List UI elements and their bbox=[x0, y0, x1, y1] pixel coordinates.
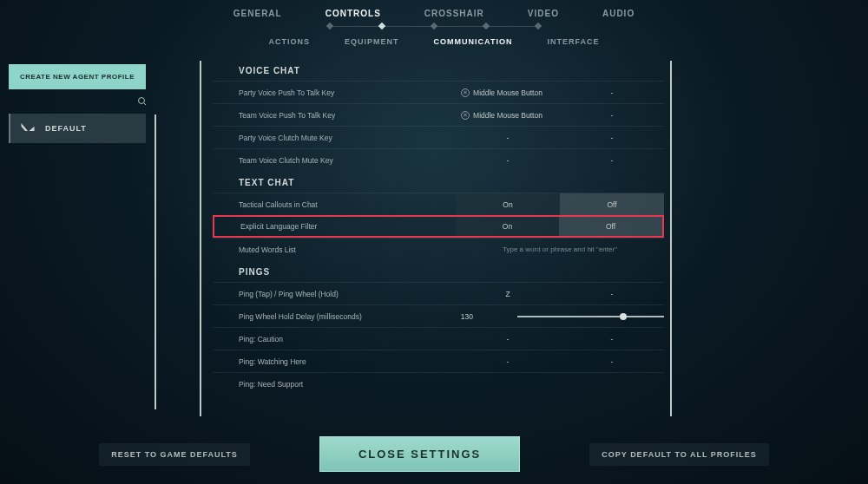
sidebar: CREATE NEW AGENT PROFILE DEFAULT bbox=[9, 64, 165, 143]
bind-ping-caution-2[interactable]: - bbox=[560, 335, 664, 343]
copy-default-button[interactable]: COPY DEFAULT TO ALL PROFILES bbox=[589, 443, 769, 466]
row-party-clutch: Party Voice Clutch Mute Key - - bbox=[213, 126, 664, 148]
tab-divider bbox=[0, 23, 868, 29]
bind-ping-watching-1[interactable]: - bbox=[456, 357, 560, 366]
muted-words-input[interactable]: Type a word or phrase and hit "enter" bbox=[456, 245, 664, 253]
slider-ping-delay[interactable] bbox=[517, 316, 664, 317]
subtab-actions[interactable]: ACTIONS bbox=[269, 37, 311, 46]
label-ping-need: Ping: Need Support bbox=[213, 380, 456, 389]
tab-video[interactable]: VIDEO bbox=[528, 7, 559, 20]
tab-crosshair[interactable]: CROSSHAIR bbox=[424, 7, 484, 20]
row-ping-delay: Ping Wheel Hold Delay (milliseconds) 130 bbox=[213, 304, 664, 327]
label-ping-watching: Ping: Watching Here bbox=[213, 357, 456, 366]
row-ping-need: Ping: Need Support bbox=[213, 372, 664, 395]
row-tactical-callouts: Tactical Callouts in Chat On Off bbox=[213, 193, 664, 215]
tab-audio[interactable]: AUDIO bbox=[602, 7, 635, 20]
bind-team-ptt-2[interactable]: - bbox=[560, 111, 664, 120]
bind-party-clutch-1[interactable]: - bbox=[456, 134, 560, 142]
subtab-interface[interactable]: INTERFACE bbox=[547, 37, 599, 46]
sub-tabs: ACTIONS EQUIPMENT COMMUNICATION INTERFAC… bbox=[0, 37, 868, 46]
clear-icon[interactable]: ✕ bbox=[461, 111, 470, 120]
label-team-clutch: Team Voice Clutch Mute Key bbox=[213, 156, 456, 165]
row-muted-words: Muted Words List Type a word or phrase a… bbox=[213, 238, 664, 260]
row-ping-wheel: Ping (Tap) / Ping Wheel (Hold) Z - bbox=[213, 282, 664, 304]
subtab-communication[interactable]: COMMUNICATION bbox=[434, 37, 513, 46]
valorant-icon bbox=[19, 120, 36, 137]
subtab-equipment[interactable]: EQUIPMENT bbox=[345, 37, 399, 46]
tab-controls[interactable]: CONTROLS bbox=[326, 7, 381, 20]
search-row bbox=[9, 89, 165, 114]
search-icon[interactable] bbox=[137, 96, 148, 107]
bind-ping-wheel-1[interactable]: Z bbox=[456, 290, 560, 298]
label-ping-caution: Ping: Caution bbox=[213, 335, 456, 343]
label-team-ptt: Team Voice Push To Talk Key bbox=[213, 111, 456, 120]
slider-thumb[interactable] bbox=[620, 313, 627, 320]
label-tactical-callouts: Tactical Callouts in Chat bbox=[213, 200, 456, 209]
top-tabs: GENERAL CONTROLS CROSSHAIR VIDEO AUDIO bbox=[0, 0, 868, 20]
bind-party-ptt-1[interactable]: ✕Middle Mouse Button bbox=[456, 88, 560, 97]
val-ping-delay[interactable]: 130 bbox=[443, 312, 491, 321]
row-ping-watching: Ping: Watching Here - - bbox=[213, 350, 664, 372]
profile-label: DEFAULT bbox=[45, 124, 87, 133]
row-team-clutch: Team Voice Clutch Mute Key - - bbox=[213, 148, 664, 171]
toggle-callouts-off[interactable]: Off bbox=[560, 193, 664, 215]
reset-defaults-button[interactable]: RESET TO GAME DEFAULTS bbox=[99, 443, 250, 466]
footer: RESET TO GAME DEFAULTS CLOSE SETTINGS CO… bbox=[0, 436, 868, 472]
section-voice-chat: VOICE CHAT bbox=[213, 59, 664, 81]
bind-party-clutch-2[interactable]: - bbox=[560, 134, 664, 142]
toggle-filter-off[interactable]: Off bbox=[559, 217, 662, 236]
label-explicit-filter: Explicit Language Filter bbox=[214, 222, 456, 231]
bind-ping-caution-1[interactable]: - bbox=[456, 335, 560, 343]
section-pings: PINGS bbox=[213, 260, 664, 282]
create-profile-button[interactable]: CREATE NEW AGENT PROFILE bbox=[9, 64, 146, 89]
label-party-clutch: Party Voice Clutch Mute Key bbox=[213, 134, 456, 142]
svg-point-0 bbox=[139, 98, 145, 104]
bind-ping-wheel-2[interactable]: - bbox=[560, 290, 664, 298]
toggle-callouts-on[interactable]: On bbox=[456, 193, 560, 215]
row-party-ptt: Party Voice Push To Talk Key ✕Middle Mou… bbox=[213, 81, 664, 103]
bind-party-ptt-2[interactable]: - bbox=[560, 88, 664, 97]
bind-ping-watching-2[interactable]: - bbox=[560, 357, 664, 366]
settings-content: VOICE CHAT Party Voice Push To Talk Key … bbox=[213, 59, 664, 416]
label-ping-delay: Ping Wheel Hold Delay (milliseconds) bbox=[213, 312, 443, 321]
label-muted-words: Muted Words List bbox=[213, 245, 456, 254]
sidebar-divider bbox=[155, 114, 156, 409]
row-explicit-filter: Explicit Language Filter On Off bbox=[213, 215, 664, 238]
row-ping-caution: Ping: Caution - - bbox=[213, 327, 664, 350]
bind-team-ptt-1[interactable]: ✕Middle Mouse Button bbox=[456, 111, 560, 120]
profile-default[interactable]: DEFAULT bbox=[9, 114, 146, 143]
toggle-filter-on[interactable]: On bbox=[456, 217, 559, 236]
content-divider-left bbox=[200, 61, 201, 416]
label-party-ptt: Party Voice Push To Talk Key bbox=[213, 88, 456, 97]
clear-icon[interactable]: ✕ bbox=[461, 88, 470, 97]
row-team-ptt: Team Voice Push To Talk Key ✕Middle Mous… bbox=[213, 103, 664, 126]
close-settings-button[interactable]: CLOSE SETTINGS bbox=[319, 436, 520, 472]
section-text-chat: TEXT CHAT bbox=[213, 171, 664, 193]
svg-line-1 bbox=[144, 103, 147, 106]
label-ping-wheel: Ping (Tap) / Ping Wheel (Hold) bbox=[213, 290, 456, 298]
bind-team-clutch-1[interactable]: - bbox=[456, 156, 560, 165]
tab-general[interactable]: GENERAL bbox=[233, 7, 282, 20]
content-divider-right[interactable] bbox=[670, 61, 672, 416]
bind-team-clutch-2[interactable]: - bbox=[560, 156, 664, 165]
